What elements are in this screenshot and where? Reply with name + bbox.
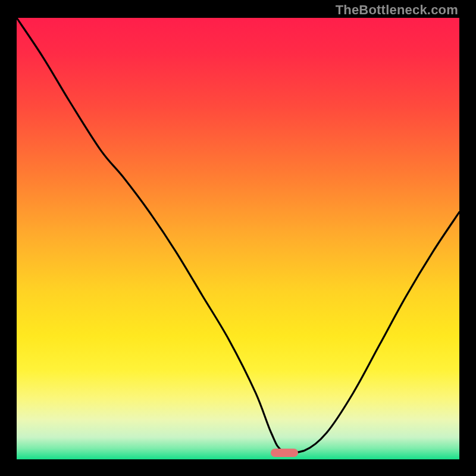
plot-area <box>17 18 459 459</box>
chart-frame <box>17 18 459 459</box>
watermark-text: TheBottleneck.com <box>336 2 458 18</box>
bottleneck-curve <box>17 18 459 459</box>
svg-rect-0 <box>17 18 459 459</box>
optimal-marker <box>271 449 298 457</box>
gradient-background <box>17 18 459 459</box>
